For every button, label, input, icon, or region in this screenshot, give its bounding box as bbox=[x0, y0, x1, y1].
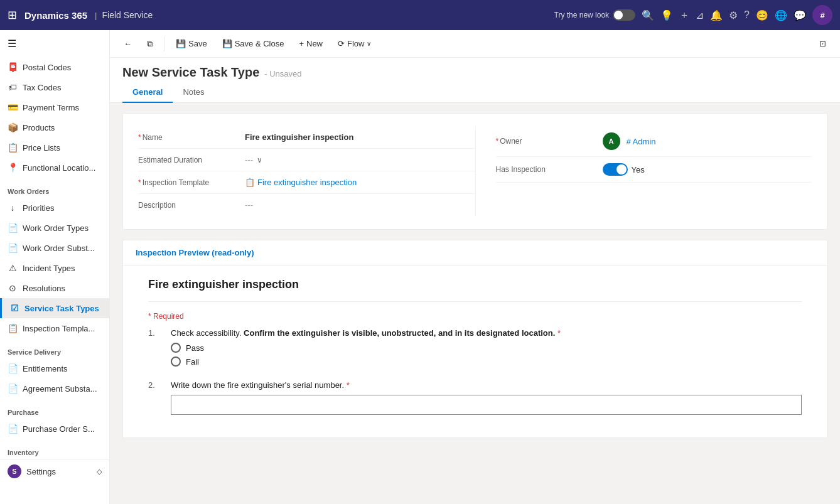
share-icon[interactable]: 🌐 bbox=[775, 9, 787, 21]
waffle-icon[interactable]: ⊞ bbox=[8, 8, 17, 22]
form-two-column: Name Fire extinguisher inspection Estima… bbox=[138, 126, 812, 217]
sidebar-item-entitlements[interactable]: 📄 Entitlements bbox=[0, 358, 109, 378]
inspection-preview-body: Fire extinguisher inspection * Required … bbox=[123, 265, 827, 437]
new-button[interactable]: + New bbox=[293, 35, 329, 52]
description-value[interactable]: --- bbox=[245, 200, 475, 210]
sidebar-group-inventory: Inventory bbox=[0, 439, 109, 459]
description-field-row: Description --- bbox=[138, 194, 475, 217]
q1-option-fail: Fail bbox=[171, 357, 802, 367]
work-order-substatus-icon: 📄 bbox=[8, 243, 18, 253]
q1-pass-radio[interactable] bbox=[171, 343, 181, 353]
required-star: * bbox=[148, 312, 151, 321]
owner-value[interactable]: A # Admin bbox=[603, 132, 812, 150]
tab-notes[interactable]: Notes bbox=[173, 82, 214, 103]
inspection-preview-title: Fire extinguisher inspection bbox=[148, 278, 802, 291]
cmd-separator bbox=[164, 36, 164, 51]
inventory-group-label: Inventory bbox=[0, 439, 109, 459]
save-button[interactable]: 💾 Save bbox=[170, 35, 213, 52]
expand-icon: ⊡ bbox=[819, 39, 826, 48]
q1-required-star: * bbox=[557, 328, 561, 338]
inspection-template-field-row: Inspection Template 📋 Fire extinguisher … bbox=[138, 171, 475, 194]
sidebar-item-label: Priorities bbox=[23, 203, 55, 213]
app-module-name: Field Service bbox=[102, 10, 153, 20]
sidebar-item-payment-terms[interactable]: 💳 Payment Terms bbox=[0, 97, 109, 117]
sidebar-item-label: Purchase Order S... bbox=[23, 424, 95, 434]
chat-icon[interactable]: 💬 bbox=[794, 9, 806, 21]
sidebar-item-settings[interactable]: S Settings ◇ bbox=[0, 459, 109, 483]
owner-link[interactable]: # Admin bbox=[627, 137, 656, 146]
sidebar-group-work-orders: Work Orders ↓ Priorities 📄 Work Order Ty… bbox=[0, 178, 109, 338]
sidebar-item-work-order-substatus[interactable]: 📄 Work Order Subst... bbox=[0, 238, 109, 258]
page-title: New Service Task Type bbox=[122, 65, 259, 80]
sidebar-item-tax-codes[interactable]: 🏷 Tax Codes bbox=[0, 77, 109, 97]
q1-text-plain: Check accessibility. bbox=[171, 328, 241, 338]
filter-icon[interactable]: ⊿ bbox=[696, 9, 704, 21]
sidebar-item-agreement-substatus[interactable]: 📄 Agreement Substa... bbox=[0, 378, 109, 399]
hamburger-button[interactable]: ☰ bbox=[0, 30, 109, 57]
sidebar-item-service-task-types[interactable]: ☑ Service Task Types bbox=[0, 298, 109, 318]
estimated-duration-text: --- bbox=[245, 155, 253, 164]
search-icon[interactable]: 🔍 bbox=[642, 9, 654, 21]
purchase-order-icon: 📄 bbox=[8, 424, 18, 434]
required-text: Required bbox=[153, 312, 184, 321]
flow-button[interactable]: ⟳ Flow ∨ bbox=[331, 35, 377, 52]
plus-icon[interactable]: ＋ bbox=[679, 9, 689, 22]
back-button[interactable]: ← bbox=[117, 35, 138, 52]
sidebar-item-label: Work Order Types bbox=[23, 223, 89, 233]
try-new-toggle[interactable] bbox=[613, 9, 635, 21]
sidebar-item-purchase-order-substatus[interactable]: 📄 Purchase Order S... bbox=[0, 419, 109, 439]
user-avatar[interactable]: # bbox=[812, 5, 832, 25]
inspection-template-value[interactable]: 📋 Fire extinguisher inspection bbox=[245, 178, 475, 187]
priorities-icon: ↓ bbox=[8, 203, 18, 213]
inspection-templates-icon: 📋 bbox=[8, 323, 18, 333]
inspection-template-label: Inspection Template bbox=[138, 178, 245, 187]
sidebar-settings-label: Settings bbox=[26, 467, 56, 476]
postal-codes-icon: 📮 bbox=[8, 62, 18, 72]
sidebar-item-incident-types[interactable]: ⚠ Incident Types bbox=[0, 258, 109, 278]
title-separator: | bbox=[95, 11, 97, 20]
sidebar-item-inspection-templates[interactable]: 📋 Inspection Templa... bbox=[0, 318, 109, 338]
restore-icon: ⧉ bbox=[147, 39, 153, 49]
save-close-button[interactable]: 💾 Save & Close bbox=[216, 35, 291, 52]
sidebar-item-label: Tax Codes bbox=[23, 83, 61, 92]
sidebar-item-work-order-types[interactable]: 📄 Work Order Types bbox=[0, 218, 109, 238]
feedback-icon[interactable]: 😊 bbox=[756, 9, 768, 21]
tab-general[interactable]: General bbox=[122, 82, 173, 103]
q1-option-pass: Pass bbox=[171, 343, 802, 353]
cmd-right-section: ⊡ bbox=[813, 35, 832, 52]
inspection-template-link[interactable]: 📋 Fire extinguisher inspection bbox=[245, 178, 357, 187]
sidebar-item-label: Products bbox=[23, 123, 55, 132]
form-right-column: Owner A # Admin Has Inspection Yes bbox=[475, 126, 812, 217]
lightbulb-icon[interactable]: 💡 bbox=[660, 9, 673, 21]
preview-divider bbox=[148, 301, 802, 302]
sidebar-item-resolutions[interactable]: ⊙ Resolutions bbox=[0, 278, 109, 298]
try-new-look[interactable]: Try the new look bbox=[554, 9, 636, 21]
help-icon[interactable]: ? bbox=[744, 9, 750, 21]
incident-types-icon: ⚠ bbox=[8, 263, 18, 273]
sidebar-item-products[interactable]: 📦 Products bbox=[0, 117, 109, 137]
q1-pass-label: Pass bbox=[186, 343, 204, 353]
required-note: * Required bbox=[148, 312, 802, 321]
q1-text: Check accessibility. Confirm the extingu… bbox=[171, 328, 802, 338]
sidebar-item-label: Agreement Substa... bbox=[23, 384, 97, 394]
q1-fail-radio[interactable] bbox=[171, 357, 181, 367]
settings-gear-icon[interactable]: ⚙ bbox=[729, 9, 738, 21]
expand-button[interactable]: ⊡ bbox=[813, 35, 832, 52]
save-icon: 💾 bbox=[176, 39, 186, 48]
name-value[interactable]: Fire extinguisher inspection bbox=[245, 132, 475, 142]
sidebar-item-postal-codes[interactable]: 📮 Postal Codes bbox=[0, 57, 109, 77]
tab-bar: General Notes bbox=[110, 82, 840, 103]
restore-button[interactable]: ⧉ bbox=[141, 35, 159, 53]
q2-required-star: * bbox=[347, 380, 350, 390]
bell-icon[interactable]: 🔔 bbox=[710, 9, 723, 21]
form-card: Name Fire extinguisher inspection Estima… bbox=[122, 113, 827, 230]
sidebar-item-price-lists[interactable]: 📋 Price Lists bbox=[0, 137, 109, 158]
q2-text-input[interactable] bbox=[171, 395, 802, 415]
q1-content: Check accessibility. Confirm the extingu… bbox=[171, 328, 802, 370]
sidebar-group-general: 📮 Postal Codes 🏷 Tax Codes 💳 Payment Ter… bbox=[0, 57, 109, 178]
sidebar-item-functional-locations[interactable]: 📍 Functional Locatio... bbox=[0, 158, 109, 178]
has-inspection-toggle[interactable] bbox=[603, 163, 628, 176]
q2-content: Write down the fire extinguisher's seria… bbox=[171, 380, 802, 415]
sidebar-item-priorities[interactable]: ↓ Priorities bbox=[0, 198, 109, 218]
estimated-duration-value[interactable]: --- ∨ bbox=[245, 155, 475, 164]
